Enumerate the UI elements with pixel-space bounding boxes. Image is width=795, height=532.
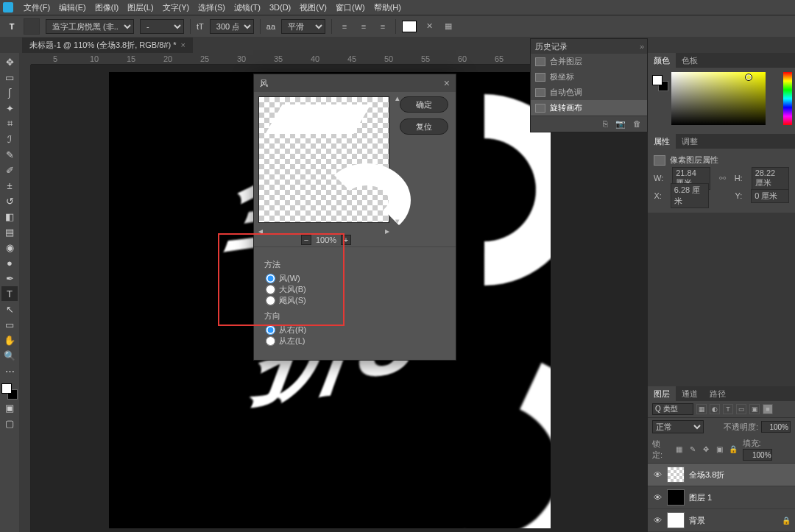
preview-scroll-up-icon[interactable]: ▴ xyxy=(395,93,400,103)
hist-snapshot-icon[interactable]: 📷 xyxy=(615,119,626,129)
layer-item[interactable]: 👁 图层 1 xyxy=(648,486,795,509)
menu-layer[interactable]: 图层(L) xyxy=(123,2,158,13)
blend-mode-select[interactable]: 正常 xyxy=(652,420,704,433)
character-panel-icon[interactable]: ▦ xyxy=(442,20,455,33)
method-blast-radio[interactable]: 大风(B) xyxy=(266,284,445,295)
tab-channels[interactable]: 通道 xyxy=(676,386,704,402)
menu-help[interactable]: 帮助(H) xyxy=(370,2,406,13)
tab-adjustments[interactable]: 调整 xyxy=(676,134,704,149)
filter-adjust-icon[interactable]: ◐ xyxy=(710,404,720,414)
dir-left-radio[interactable]: 从左(L) xyxy=(266,336,445,347)
zoom-out-button[interactable]: − xyxy=(301,235,311,245)
menu-select[interactable]: 选择(S) xyxy=(194,2,230,13)
menu-view[interactable]: 视图(V) xyxy=(295,2,331,13)
align-right-icon[interactable]: ≡ xyxy=(376,20,389,33)
visibility-icon[interactable]: 👁 xyxy=(652,493,662,502)
layer-name[interactable]: 全场3.8折 xyxy=(689,469,791,480)
link-wh-icon[interactable]: ⚯ xyxy=(719,174,726,183)
reset-button[interactable]: 复位 xyxy=(400,118,448,135)
opacity-input[interactable] xyxy=(761,421,791,433)
filter-shape-icon[interactable]: ▭ xyxy=(736,404,746,414)
document-tab[interactable]: 未标题-1 @ 110% (全场3.8折, RGB/8#) * × xyxy=(22,38,193,53)
heal-tool-icon[interactable]: ✎ xyxy=(1,147,18,162)
menu-type[interactable]: 文字(Y) xyxy=(158,2,194,13)
y-value[interactable]: 0 厘米 xyxy=(751,189,789,203)
color-marker-icon[interactable] xyxy=(745,74,752,81)
close-tab-icon[interactable]: × xyxy=(180,40,185,49)
hist-new-doc-icon[interactable]: ⎘ xyxy=(603,119,608,129)
menu-edit[interactable]: 编辑(E) xyxy=(54,2,91,13)
menu-image[interactable]: 图像(I) xyxy=(91,2,123,13)
fg-color-swatch[interactable] xyxy=(1,383,12,394)
filter-preview[interactable] xyxy=(258,96,389,223)
visibility-icon[interactable]: 👁 xyxy=(652,470,662,479)
filter-image-icon[interactable]: ▦ xyxy=(696,404,707,414)
filter-type-icon[interactable]: T xyxy=(723,404,733,414)
lock-artboard-icon[interactable]: ▣ xyxy=(716,444,724,454)
anti-alias-select[interactable]: 平滑 xyxy=(281,19,325,34)
quickmask-icon[interactable]: ▣ xyxy=(1,400,18,415)
pen-tool-icon[interactable]: ✒ xyxy=(1,271,18,285)
hist-delete-icon[interactable]: 🗑 xyxy=(633,119,641,129)
lock-pos-icon[interactable]: ✥ xyxy=(702,444,710,454)
eraser-tool-icon[interactable]: ◧ xyxy=(1,209,18,224)
history-item[interactable]: 自动色调 xyxy=(531,85,647,100)
close-dialog-icon[interactable]: × xyxy=(444,77,450,89)
type-tool-icon[interactable]: T xyxy=(1,286,18,301)
menu-file[interactable]: 文件(F) xyxy=(19,2,54,13)
x-value[interactable]: 6.28 厘米 xyxy=(671,183,709,208)
tab-paths[interactable]: 路径 xyxy=(704,386,732,402)
zoom-in-button[interactable]: + xyxy=(341,235,351,245)
panel-collapse-icon[interactable]: » xyxy=(640,42,643,51)
method-wind-radio[interactable]: 风(W) xyxy=(266,273,445,284)
preview-scroll-left-icon[interactable]: ◂ xyxy=(258,226,263,236)
layer-thumb[interactable] xyxy=(667,489,685,506)
hue-slider[interactable] xyxy=(783,72,792,125)
layer-name[interactable]: 图层 1 xyxy=(689,492,791,503)
fg-bg-colors[interactable] xyxy=(1,383,18,400)
align-center-icon[interactable]: ≡ xyxy=(357,20,370,33)
eyedropper-tool-icon[interactable]: ℐ xyxy=(1,132,18,146)
crop-tool-icon[interactable]: ⌗ xyxy=(1,116,18,131)
lock-all-icon[interactable]: 🔒 xyxy=(729,444,738,454)
lasso-tool-icon[interactable]: ʃ xyxy=(1,85,18,100)
color-field[interactable] xyxy=(671,72,766,125)
stamp-tool-icon[interactable]: ± xyxy=(1,178,18,193)
history-brush-tool-icon[interactable]: ↺ xyxy=(1,194,18,208)
visibility-icon[interactable]: 👁 xyxy=(652,516,662,525)
layer-item[interactable]: 👁 背景 🔒 xyxy=(648,509,795,532)
blur-tool-icon[interactable]: ◉ xyxy=(1,240,18,255)
screenmode-icon[interactable]: ▢ xyxy=(1,416,18,430)
history-item[interactable]: 合并图层 xyxy=(531,54,647,69)
layer-thumb[interactable] xyxy=(667,512,685,528)
tab-properties[interactable]: 属性 xyxy=(648,134,676,149)
marquee-tool-icon[interactable]: ▭ xyxy=(1,70,18,85)
shape-tool-icon[interactable]: ▭ xyxy=(1,317,18,332)
lock-pixel-icon[interactable]: ▦ xyxy=(674,444,683,454)
dodge-tool-icon[interactable]: ● xyxy=(1,255,18,270)
method-stagger-radio[interactable]: 飓风(S) xyxy=(266,295,445,306)
menu-3d[interactable]: 3D(D) xyxy=(265,3,295,12)
brush-tool-icon[interactable]: ✐ xyxy=(1,163,18,177)
tab-layers[interactable]: 图层 xyxy=(648,386,676,402)
preview-scroll-down-icon[interactable]: ▾ xyxy=(395,216,400,226)
history-item[interactable]: 极坐标 xyxy=(531,69,647,85)
layer-name[interactable]: 背景 xyxy=(689,515,777,526)
text-color-swatch[interactable] xyxy=(402,21,417,32)
layer-item[interactable]: 👁 全场3.8折 xyxy=(648,464,795,486)
fill-input[interactable] xyxy=(743,449,772,461)
preview-scroll-right-icon[interactable]: ▸ xyxy=(385,226,389,236)
warp-text-icon[interactable]: ✕ xyxy=(423,20,436,33)
zoom-tool-icon[interactable]: 🔍 xyxy=(1,348,18,363)
ok-button[interactable]: 确定 xyxy=(400,96,448,113)
extra-tool-icon[interactable]: ⋯ xyxy=(1,363,18,378)
align-left-icon[interactable]: ≡ xyxy=(338,20,351,33)
menu-filter[interactable]: 滤镜(T) xyxy=(230,2,265,13)
font-size-select[interactable]: 300 点 xyxy=(210,19,254,34)
layer-thumb[interactable] xyxy=(667,467,685,483)
dir-right-radio[interactable]: 从右(R) xyxy=(266,324,445,336)
hand-tool-icon[interactable]: ✋ xyxy=(1,333,18,347)
history-item[interactable]: 旋转画布 xyxy=(531,100,647,116)
color-fgbg-swatches[interactable] xyxy=(652,75,668,91)
h-value[interactable]: 28.22 厘米 xyxy=(752,167,789,190)
